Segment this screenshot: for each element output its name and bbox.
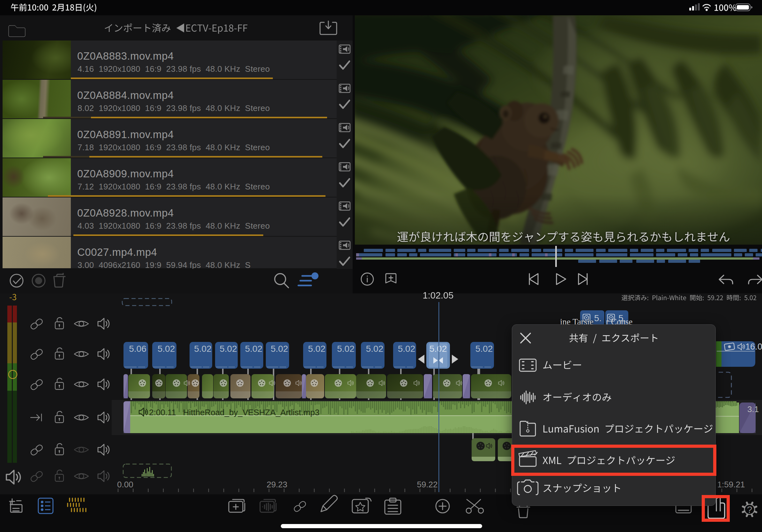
svg-text:29.23: 29.23 (267, 480, 287, 489)
svg-text:5.02: 5.02 (270, 344, 288, 354)
svg-text:5.02: 5.02 (429, 344, 447, 354)
svg-text:5.02: 5.02 (219, 344, 237, 354)
svg-text:0.00: 0.00 (117, 480, 133, 489)
svg-text:5.02: 5.02 (337, 344, 354, 354)
svg-text:5.02: 5.02 (158, 344, 175, 354)
svg-text:3.1: 3.1 (747, 404, 759, 414)
svg-text:5.06: 5.06 (129, 344, 146, 354)
svg-text:2:00.11 HittheRoad_by_VESHZA: 2:00.11 HittheRoad_by_VESHZA_Artlist.mp3 (149, 408, 319, 417)
svg-text:59.22: 59.22 (417, 480, 437, 489)
svg-text:0: 0 (758, 342, 762, 352)
svg-text:?: ? (747, 504, 752, 515)
svg-text:5.02: 5.02 (476, 344, 493, 354)
svg-text:5.: 5. (594, 313, 601, 323)
svg-text:16.: 16. (745, 342, 758, 352)
svg-text:5.02: 5.02 (366, 344, 384, 354)
svg-text:5.02: 5.02 (398, 344, 416, 354)
svg-text:1:59.21: 1:59.21 (717, 480, 745, 489)
svg-text:5.02: 5.02 (194, 344, 211, 354)
svg-text:5.02: 5.02 (308, 344, 326, 354)
svg-text:5.02: 5.02 (245, 344, 263, 354)
svg-text:1:02.05: 1:02.05 (423, 290, 454, 300)
